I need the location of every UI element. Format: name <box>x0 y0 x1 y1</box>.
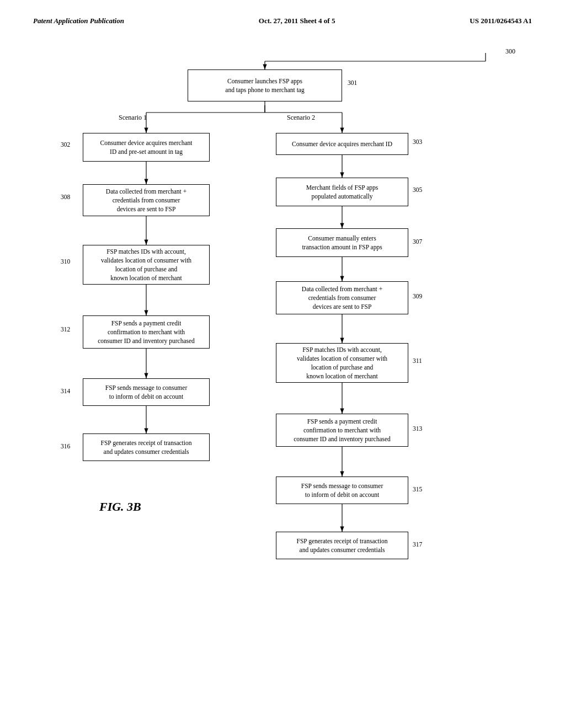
scenario1-label: Scenario 1 <box>119 114 147 122</box>
header-publication-label: Patent Application Publication <box>33 17 124 25</box>
ref-309: 309 <box>413 293 422 299</box>
figure-label: FIG. 3B <box>99 500 141 514</box>
diagram-ref-300: 300 <box>505 47 515 56</box>
ref-312: 312 <box>61 326 70 333</box>
box-314: FSP sends message to consumerto inform o… <box>83 378 210 406</box>
page-header: Patent Application Publication Oct. 27, … <box>33 17 532 25</box>
box-315: FSP sends message to consumerto inform o… <box>276 477 408 504</box>
ref-301: 301 <box>348 79 357 86</box>
box-303: Consumer device acquires merchant ID <box>276 133 408 155</box>
box-302: Consumer device acquires merchantID and … <box>83 133 210 162</box>
box-316: FSP generates receipt of transactionand … <box>83 433 210 461</box>
ref-311: 311 <box>413 357 422 364</box>
ref-302: 302 <box>61 141 70 148</box>
box-307: Consumer manually enterstransaction amou… <box>276 228 408 257</box>
ref-314: 314 <box>61 388 70 394</box>
ref-305: 305 <box>413 186 422 193</box>
header-date-sheet: Oct. 27, 2011 Sheet 4 of 5 <box>259 17 335 25</box>
page: Patent Application Publication Oct. 27, … <box>0 0 565 728</box>
box-310: FSP matches IDs with account,validates l… <box>83 245 210 285</box>
box-308: Data collected from merchant +credential… <box>83 184 210 216</box>
scenario2-label: Scenario 2 <box>287 114 315 122</box>
box-313: FSP sends a payment creditconfirmation t… <box>276 414 408 447</box>
ref-315: 315 <box>413 486 422 493</box>
ref-310: 310 <box>61 258 70 265</box>
diagram-area: 300 Consumer launches FSP appsand taps p… <box>33 47 532 698</box>
header-patent-number: US 2011/0264543 A1 <box>470 17 532 25</box>
box-305: Merchant fields of FSP appspopulated aut… <box>276 178 408 206</box>
box-311: FSP matches IDs with account,validates l… <box>276 343 408 383</box>
ref-316: 316 <box>61 443 70 449</box>
box-317: FSP generates receipt of transactionand … <box>276 532 408 559</box>
ref-308: 308 <box>61 194 70 200</box>
box-312: FSP sends a payment creditconfirmation t… <box>83 315 210 349</box>
box-309: Data collected from merchant +credential… <box>276 281 408 314</box>
ref-317: 317 <box>413 541 422 548</box>
box-start: Consumer launches FSP appsand taps phone… <box>188 69 342 101</box>
ref-303: 303 <box>413 138 422 145</box>
ref-313: 313 <box>413 425 422 432</box>
ref-307: 307 <box>413 238 422 245</box>
